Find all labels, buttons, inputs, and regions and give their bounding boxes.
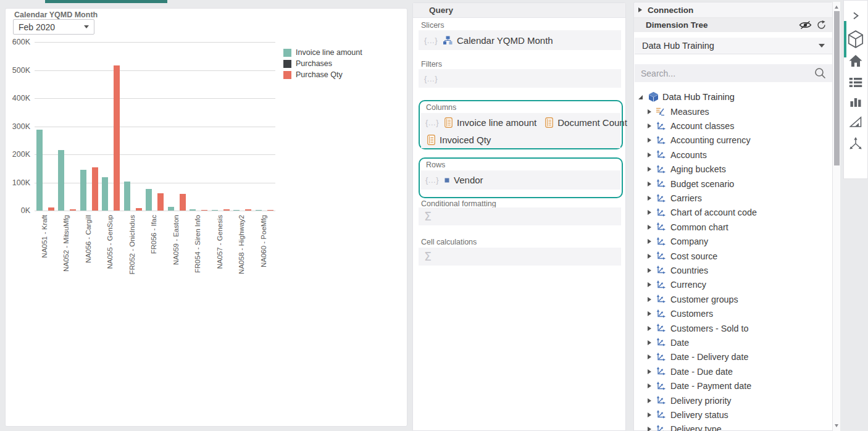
bar-invoice-line-amount[interactable]: [80, 170, 86, 211]
bar-chart-icon[interactable]: [850, 96, 862, 107]
tree-item-currency[interactable]: Currency: [634, 278, 833, 292]
bar-invoice-line-amount[interactable]: [212, 210, 218, 211]
eye-off-icon[interactable]: [799, 20, 812, 30]
slicer-dropdown[interactable]: Feb 2020: [13, 19, 94, 35]
bar-invoice-line-amount[interactable]: [58, 150, 64, 211]
chevron-collapsed-icon[interactable]: [647, 325, 654, 332]
search-input[interactable]: [641, 69, 814, 78]
column-chip-document-count[interactable]: Document Count: [545, 117, 627, 128]
cell-calculations-drop-zone[interactable]: Σ: [419, 248, 621, 266]
tree-item-delivery-status[interactable]: Delivery status: [634, 408, 833, 422]
chevron-collapsed-icon[interactable]: [647, 369, 654, 375]
chevron-collapsed-icon[interactable]: [647, 224, 654, 230]
tree-item-delivery-priority[interactable]: Delivery priority: [634, 393, 833, 408]
bar-invoice-line-amount[interactable]: [168, 207, 174, 211]
bar-invoice-line-amount[interactable]: [146, 189, 152, 211]
legend-item-purchase-qty[interactable]: Purchase Qty: [283, 69, 362, 80]
scroll-down-arrow[interactable]: [835, 424, 838, 427]
tree-item-delivery-type[interactable]: Delivery type: [634, 422, 833, 431]
tree-item-accounting-currency[interactable]: Accounting currency: [634, 133, 833, 148]
bar-invoice-line-amount[interactable]: [36, 130, 43, 211]
chevron-collapsed-icon[interactable]: [647, 209, 654, 216]
bar-purchase-qty[interactable]: [245, 209, 251, 211]
tree-item-accounts[interactable]: Accounts: [634, 148, 833, 162]
bar-purchase-qty[interactable]: [70, 209, 76, 211]
table-rows-icon[interactable]: [849, 77, 862, 88]
cube-icon[interactable]: [848, 30, 864, 48]
tree-item-measures[interactable]: Measures: [634, 104, 833, 119]
tree-item-date[interactable]: Date: [634, 335, 833, 349]
set-square-icon[interactable]: [849, 116, 862, 128]
chevron-collapsed-icon[interactable]: [647, 109, 654, 115]
bar-purchase-qty[interactable]: [48, 207, 54, 211]
rows-drop-zone[interactable]: {...} Vendor: [421, 170, 620, 190]
slicer-chip-calendar-yqmd-month[interactable]: Calendar YQMD Month: [443, 35, 553, 46]
chevron-collapsed-icon[interactable]: [647, 412, 654, 418]
filters-drop-zone[interactable]: {...}: [419, 69, 621, 88]
chevron-collapsed-icon[interactable]: [647, 398, 654, 404]
tree-item-cost-source[interactable]: Cost source: [634, 249, 833, 263]
column-chip-invoiced-qty[interactable]: Invoiced Qty: [427, 135, 491, 145]
chevron-collapsed-icon[interactable]: [647, 296, 654, 303]
tree-item-carriers[interactable]: Carriers: [634, 191, 833, 205]
bar-invoice-line-amount[interactable]: [102, 177, 108, 211]
row-chip-vendor[interactable]: Vendor: [444, 175, 483, 185]
database-dropdown[interactable]: Data Hub Training: [635, 38, 832, 54]
tree-item-aging-buckets[interactable]: Aging buckets: [634, 162, 833, 177]
bar-invoice-line-amount[interactable]: [233, 210, 240, 211]
chevron-collapsed-icon[interactable]: [647, 311, 654, 317]
connection-header[interactable]: Connection: [634, 2, 832, 18]
chevron-collapsed-icon[interactable]: [647, 137, 654, 143]
legend-item-purchases[interactable]: Purchases: [283, 58, 362, 69]
tree-item-account-classes[interactable]: Account classes: [634, 119, 833, 133]
tree-item-date-payment-date[interactable]: Date - Payment date: [634, 379, 833, 393]
tree-item-chart-of-account-code[interactable]: Chart of account code: [634, 206, 833, 220]
bar-invoice-line-amount[interactable]: [190, 209, 196, 211]
chevron-collapsed-icon[interactable]: [647, 238, 654, 245]
bar-purchase-qty[interactable]: [136, 208, 142, 211]
tree-item-budget-scenario[interactable]: Budget scenario: [634, 177, 833, 191]
tree-root-data-hub-training[interactable]: Data Hub Training: [634, 90, 833, 104]
chevron-collapsed-icon[interactable]: [647, 166, 654, 172]
tree-item-countries[interactable]: Countries: [634, 263, 833, 277]
column-chip-invoice-line-amount[interactable]: Invoice line amount: [444, 117, 536, 128]
chevron-collapsed-icon[interactable]: [647, 253, 654, 259]
bar-purchase-qty[interactable]: [201, 210, 207, 211]
chevron-collapsed-icon[interactable]: [647, 354, 654, 360]
chevron-collapsed-icon[interactable]: [647, 282, 654, 288]
home-icon[interactable]: [849, 54, 863, 67]
tree-item-common-chart[interactable]: Common chart: [634, 220, 833, 234]
scrollbar-thumb[interactable]: [834, 11, 840, 165]
tree-item-company[interactable]: Company: [634, 235, 833, 249]
tree-item-date-due-date[interactable]: Date - Due date: [634, 364, 833, 379]
legend-item-invoice-line-amount[interactable]: Invoice line amount: [283, 47, 362, 58]
chevron-collapsed-icon[interactable]: [647, 123, 654, 129]
chevron-collapsed-icon[interactable]: [647, 181, 654, 187]
bar-invoice-line-amount[interactable]: [256, 210, 262, 211]
bar-purchase-qty[interactable]: [223, 209, 230, 211]
chevron-collapsed-icon[interactable]: [647, 383, 654, 389]
chevron-collapsed-icon[interactable]: [647, 426, 654, 431]
axes-3d-icon[interactable]: [848, 136, 864, 152]
tree-item-customer-groups[interactable]: Customer groups: [634, 292, 833, 306]
bar-purchase-qty[interactable]: [157, 193, 164, 211]
columns-drop-zone[interactable]: {...} Invoice line amount Document Count…: [421, 113, 620, 148]
bar-purchase-qty[interactable]: [180, 194, 186, 211]
bar-purchase-qty[interactable]: [267, 210, 273, 211]
refresh-icon[interactable]: [817, 20, 826, 30]
chevron-collapsed-icon[interactable]: [647, 195, 654, 201]
slicers-drop-zone[interactable]: {...} Calendar YQMD Month: [419, 30, 621, 50]
chevron-collapsed-icon[interactable]: [647, 267, 654, 274]
chevron-collapsed-icon[interactable]: [647, 340, 654, 346]
tree-item-date-delivery-date[interactable]: Date - Delivery date: [634, 350, 833, 364]
chevron-right-icon[interactable]: [851, 11, 860, 20]
tree-item-customers[interactable]: Customers: [634, 306, 833, 320]
bar-invoice-line-amount[interactable]: [124, 182, 130, 211]
bar-purchase-qty[interactable]: [114, 65, 120, 211]
gridline: [35, 98, 275, 99]
bar-purchase-qty[interactable]: [92, 167, 98, 211]
scroll-up-arrow[interactable]: [835, 6, 838, 9]
conditional-formatting-drop-zone[interactable]: Σ: [419, 207, 621, 225]
tree-item-customers-sold-to[interactable]: Customers - Sold to: [634, 321, 833, 335]
chevron-collapsed-icon[interactable]: [647, 152, 654, 158]
